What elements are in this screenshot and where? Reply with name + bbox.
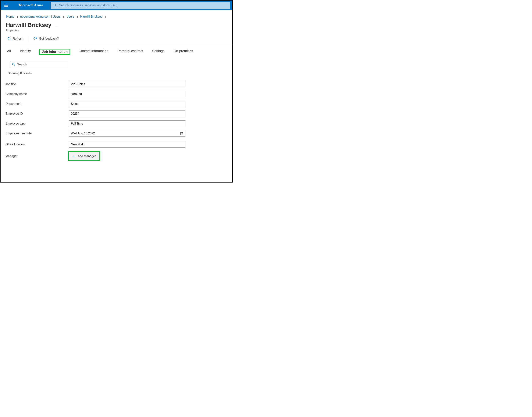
label-department: Department xyxy=(6,102,69,105)
input-office[interactable] xyxy=(71,143,183,146)
chevron-right-icon: ❯ xyxy=(16,15,18,18)
add-manager-button[interactable]: Add manager xyxy=(69,152,100,160)
page-subtitle: Properties xyxy=(6,29,232,32)
svg-point-12 xyxy=(181,134,181,134)
global-search[interactable] xyxy=(51,2,230,9)
global-header: Microsoft Azure xyxy=(0,0,232,10)
feedback-label: Got feedback? xyxy=(39,37,59,40)
field-department[interactable] xyxy=(69,101,185,107)
breadcrumb: Home ❯ nboundmarketing.com | Users ❯ Use… xyxy=(0,10,232,18)
page-header: Harwilll Bricksey ··· Properties xyxy=(0,18,232,32)
feedback-icon xyxy=(33,37,37,40)
label-employee-type: Employee type xyxy=(6,122,69,125)
tab-on-premises[interactable]: On-premises xyxy=(173,49,194,55)
field-office[interactable] xyxy=(69,141,185,148)
filter-search-input[interactable] xyxy=(17,63,64,66)
field-company[interactable] xyxy=(69,91,185,97)
chevron-right-icon: ❯ xyxy=(76,15,78,18)
job-info-form: Job title Company name Department Employ… xyxy=(0,75,232,161)
svg-line-4 xyxy=(14,65,15,66)
command-bar: Refresh Got feedback? xyxy=(0,32,232,44)
filter-search[interactable] xyxy=(10,61,67,68)
page-title: Harwilll Bricksey xyxy=(6,22,51,28)
search-icon xyxy=(53,4,56,7)
tab-identity[interactable]: Identity xyxy=(19,49,32,55)
svg-point-9 xyxy=(181,134,181,134)
search-icon xyxy=(12,63,15,66)
tab-contact-information[interactable]: Contact Information xyxy=(78,49,109,55)
feedback-button[interactable]: Got feedback? xyxy=(33,37,59,40)
svg-point-11 xyxy=(182,134,182,134)
tab-settings[interactable]: Settings xyxy=(151,49,165,55)
more-actions-icon[interactable]: ··· xyxy=(55,24,60,28)
breadcrumb-item[interactable]: Home xyxy=(6,15,14,18)
refresh-button[interactable]: Refresh xyxy=(7,37,23,40)
plus-icon xyxy=(72,155,75,158)
label-job-title: Job title xyxy=(6,83,69,86)
label-hire-date: Employee hire date xyxy=(6,132,69,135)
label-company: Company name xyxy=(6,92,69,96)
svg-point-0 xyxy=(54,4,55,6)
svg-point-13 xyxy=(182,134,182,134)
hamburger-menu-icon[interactable] xyxy=(4,3,9,8)
calendar-icon[interactable] xyxy=(180,132,183,135)
chevron-right-icon: ❯ xyxy=(62,15,65,18)
label-manager: Manager xyxy=(6,155,69,158)
brand-label[interactable]: Microsoft Azure xyxy=(19,3,43,7)
field-hire-date[interactable] xyxy=(69,130,185,137)
input-hire-date[interactable] xyxy=(71,132,180,135)
results-count: Showing 8 results xyxy=(8,72,232,75)
tab-job-information[interactable]: Job Information xyxy=(39,49,70,55)
input-department[interactable] xyxy=(71,102,183,105)
field-employee-id[interactable] xyxy=(69,111,185,117)
breadcrumb-item[interactable]: Users xyxy=(67,15,74,18)
svg-line-1 xyxy=(55,6,56,7)
breadcrumb-item[interactable]: Harwilll Bricksey xyxy=(80,15,102,18)
label-employee-id: Employee ID xyxy=(6,112,69,115)
add-manager-label: Add manager xyxy=(78,155,96,158)
svg-point-2 xyxy=(34,38,35,39)
svg-point-10 xyxy=(182,134,182,134)
label-office: Office location xyxy=(6,143,69,146)
field-employee-type[interactable] xyxy=(69,120,185,127)
tab-parental-controls[interactable]: Parental controls xyxy=(117,49,144,55)
breadcrumb-item[interactable]: nboundmarketing.com | Users xyxy=(20,15,60,18)
input-employee-type[interactable] xyxy=(71,122,183,125)
global-search-input[interactable] xyxy=(59,4,228,7)
tab-bar: All Identity Job Information Contact Inf… xyxy=(0,44,232,55)
input-employee-id[interactable] xyxy=(71,112,183,115)
chevron-right-icon: ❯ xyxy=(104,15,106,18)
svg-point-14 xyxy=(182,134,182,134)
field-job-title[interactable] xyxy=(69,81,185,87)
refresh-icon xyxy=(7,37,11,40)
refresh-label: Refresh xyxy=(13,37,23,40)
tab-all[interactable]: All xyxy=(6,49,11,55)
input-company[interactable] xyxy=(71,92,183,96)
input-job-title[interactable] xyxy=(71,83,183,86)
svg-point-3 xyxy=(12,63,14,65)
